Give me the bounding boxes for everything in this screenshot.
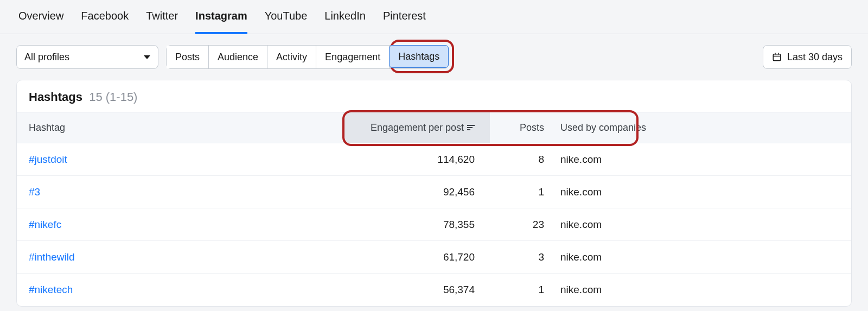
table-header: Hashtag Engagement per post Posts Used b… — [17, 112, 851, 143]
table-row: #niketech 56,374 1 nike.com — [17, 274, 851, 306]
hashtag-link[interactable]: #niketech — [29, 284, 73, 295]
cell-hashtag: #niketech — [29, 284, 343, 296]
tab-youtube[interactable]: YouTube — [265, 10, 308, 34]
tab-overview[interactable]: Overview — [18, 10, 63, 34]
segment-engagement[interactable]: Engagement — [316, 46, 390, 68]
tab-instagram[interactable]: Instagram — [195, 10, 247, 34]
segment-group: Posts Audience Activity Engagement Hasht… — [166, 45, 449, 69]
profile-select[interactable]: All profiles — [16, 45, 158, 69]
cell-company: nike.com — [544, 219, 839, 231]
cell-engagement: 114,620 — [343, 154, 490, 166]
card-title: Hashtags — [29, 90, 82, 104]
hashtag-link[interactable]: #3 — [29, 186, 40, 198]
tab-linkedin[interactable]: LinkedIn — [324, 10, 366, 34]
table-row: #inthewild 61,720 3 nike.com — [17, 241, 851, 274]
cell-hashtag: #nikefc — [29, 219, 343, 231]
cell-posts: 1 — [490, 284, 544, 296]
cell-company: nike.com — [544, 154, 839, 166]
segment-activity[interactable]: Activity — [267, 46, 316, 68]
table-row: #nikefc 78,355 23 nike.com — [17, 208, 851, 241]
cell-engagement: 92,456 — [343, 186, 490, 198]
cell-company: nike.com — [544, 284, 839, 296]
card-count: 15 (1-15) — [89, 90, 137, 104]
cell-engagement: 78,355 — [343, 219, 490, 231]
chevron-down-icon — [144, 55, 150, 59]
col-engagement-label: Engagement per post — [371, 122, 464, 134]
svg-rect-0 — [773, 54, 781, 61]
top-nav: Overview Facebook Twitter Instagram YouT… — [0, 0, 868, 34]
date-range-label: Last 30 days — [787, 52, 843, 63]
date-range-button[interactable]: Last 30 days — [763, 45, 852, 69]
hashtag-link[interactable]: #justdoit — [29, 154, 67, 165]
cell-company: nike.com — [544, 251, 839, 263]
tab-twitter[interactable]: Twitter — [146, 10, 178, 34]
cell-posts: 23 — [490, 219, 544, 231]
table-row: #justdoit 114,620 8 nike.com — [17, 143, 851, 176]
hashtags-card: Hashtags 15 (1-15) Hashtag Engagement pe… — [16, 80, 852, 307]
hashtag-link[interactable]: #nikefc — [29, 219, 61, 230]
calendar-icon — [772, 52, 782, 62]
col-hashtag[interactable]: Hashtag — [29, 122, 343, 134]
segment-audience[interactable]: Audience — [209, 46, 267, 68]
hashtag-link[interactable]: #inthewild — [29, 251, 75, 263]
cell-posts: 1 — [490, 186, 544, 198]
col-engagement[interactable]: Engagement per post — [343, 112, 490, 143]
table-row: #3 92,456 1 nike.com — [17, 176, 851, 208]
segment-posts[interactable]: Posts — [167, 46, 209, 68]
filter-bar: All profiles Posts Audience Activity Eng… — [0, 34, 868, 80]
cell-company: nike.com — [544, 186, 839, 198]
cell-posts: 3 — [490, 251, 544, 263]
cell-engagement: 61,720 — [343, 251, 490, 263]
cell-hashtag: #inthewild — [29, 251, 343, 263]
segment-group-wrap: Posts Audience Activity Engagement Hasht… — [166, 45, 449, 69]
sort-desc-icon — [467, 125, 475, 130]
cell-hashtag: #justdoit — [29, 154, 343, 166]
tab-pinterest[interactable]: Pinterest — [383, 10, 426, 34]
col-posts[interactable]: Posts — [490, 122, 544, 134]
tab-facebook[interactable]: Facebook — [81, 10, 129, 34]
col-company[interactable]: Used by companies — [544, 122, 839, 134]
card-header: Hashtags 15 (1-15) — [17, 80, 851, 112]
cell-hashtag: #3 — [29, 186, 343, 198]
cell-posts: 8 — [490, 154, 544, 166]
segment-hashtags[interactable]: Hashtags — [389, 45, 449, 68]
profile-select-label: All profiles — [24, 52, 69, 63]
cell-engagement: 56,374 — [343, 284, 490, 296]
